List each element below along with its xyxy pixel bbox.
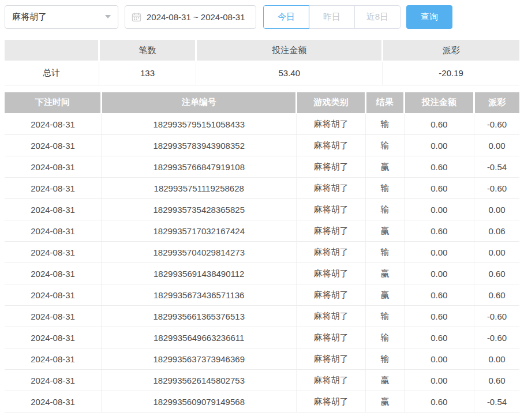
cell-result: 输 bbox=[365, 199, 404, 220]
table-row: 2024-08-311829935795151058433麻将胡了输0.60-0… bbox=[5, 114, 519, 135]
cell-bet-amount: 0.60 bbox=[404, 220, 474, 242]
cell-game-type: 麻将胡了 bbox=[297, 306, 366, 327]
summary-header-bet-amount: 投注金额 bbox=[196, 40, 383, 61]
cell-bet-amount: 0.60 bbox=[404, 178, 474, 199]
cell-result: 赢 bbox=[365, 263, 404, 284]
cell-bet-amount: 0.60 bbox=[404, 306, 474, 327]
cell-bet-time: 2024-08-31 bbox=[5, 199, 102, 220]
table-row: 2024-08-311829935626145802753麻将胡了赢0.000.… bbox=[5, 370, 519, 391]
cell-payout: -0.60 bbox=[474, 114, 519, 135]
cell-payout: -0.60 bbox=[474, 178, 519, 199]
header-bet-amount: 投注金额 bbox=[404, 92, 474, 114]
cell-game-type: 麻将胡了 bbox=[297, 327, 366, 348]
cell-bet-amount: 0.60 bbox=[404, 391, 474, 412]
summary-header-payout: 派彩 bbox=[383, 40, 519, 61]
cell-bet-time: 2024-08-31 bbox=[5, 135, 102, 156]
game-select[interactable]: 麻将胡了 bbox=[5, 5, 118, 29]
cell-bet-id: 1829935691438490112 bbox=[102, 263, 297, 284]
header-bet-time: 下注时间 bbox=[5, 92, 102, 114]
cell-result: 赢 bbox=[365, 370, 404, 391]
table-row: 2024-08-311829935649663236611麻将胡了输0.60-0… bbox=[5, 327, 519, 348]
cell-result: 输 bbox=[365, 348, 404, 370]
cell-bet-amount: 0.00 bbox=[404, 348, 474, 370]
cell-payout: -0.60 bbox=[474, 327, 519, 348]
toolbar: 麻将胡了 2024-08-31 ~ 2024-08-31 今日 昨日 近8日 查… bbox=[0, 0, 524, 29]
summary-total-count: 133 bbox=[99, 61, 196, 85]
cell-bet-amount: 0.00 bbox=[404, 370, 474, 391]
cell-result: 输 bbox=[365, 135, 404, 156]
table-row: 2024-08-311829935751119258628麻将胡了输0.60-0… bbox=[5, 178, 519, 199]
cell-result: 输 bbox=[365, 114, 404, 135]
header-game-type: 游戏类别 bbox=[297, 92, 366, 114]
cell-payout: -0.60 bbox=[474, 306, 519, 327]
cell-bet-time: 2024-08-31 bbox=[5, 327, 102, 348]
cell-bet-time: 2024-08-31 bbox=[5, 306, 102, 327]
cell-result: 赢 bbox=[365, 391, 404, 412]
table-row: 2024-08-311829935717032167424麻将胡了赢0.600.… bbox=[5, 220, 519, 242]
cell-bet-time: 2024-08-31 bbox=[5, 178, 102, 199]
cell-game-type: 麻将胡了 bbox=[297, 348, 366, 370]
chevron-down-icon bbox=[105, 15, 111, 18]
cell-bet-time: 2024-08-31 bbox=[5, 156, 102, 178]
cell-bet-id: 1829935795151058433 bbox=[102, 114, 297, 135]
cell-bet-id: 1829935751119258628 bbox=[102, 178, 297, 199]
cell-result: 赢 bbox=[365, 220, 404, 242]
date-range-value: 2024-08-31 ~ 2024-08-31 bbox=[147, 12, 245, 22]
cell-game-type: 麻将胡了 bbox=[297, 114, 366, 135]
today-button[interactable]: 今日 bbox=[263, 5, 309, 29]
header-payout: 派彩 bbox=[474, 92, 519, 114]
cell-bet-time: 2024-08-31 bbox=[5, 348, 102, 370]
cell-game-type: 麻将胡了 bbox=[297, 391, 366, 412]
table-row: 2024-08-311829935735428365825麻将胡了输0.000.… bbox=[5, 199, 519, 220]
cell-payout: 0.06 bbox=[474, 220, 519, 242]
cell-bet-time: 2024-08-31 bbox=[5, 220, 102, 242]
table-row: 2024-08-311829935783943908352麻将胡了输0.000.… bbox=[5, 135, 519, 156]
cell-payout: 0.60 bbox=[474, 284, 519, 306]
yesterday-button[interactable]: 昨日 bbox=[309, 5, 355, 29]
table-row: 2024-08-311829935766847919108麻将胡了赢0.60-0… bbox=[5, 156, 519, 178]
header-bet-id: 注单编号 bbox=[102, 92, 297, 114]
cell-payout: 0.00 bbox=[474, 199, 519, 220]
game-select-value: 麻将胡了 bbox=[12, 12, 47, 22]
query-button[interactable]: 查询 bbox=[406, 5, 452, 29]
cell-payout: 0.60 bbox=[474, 263, 519, 284]
cell-bet-id: 1829935704029814273 bbox=[102, 242, 297, 263]
cell-bet-time: 2024-08-31 bbox=[5, 391, 102, 412]
calendar-icon bbox=[132, 12, 141, 22]
cell-game-type: 麻将胡了 bbox=[297, 220, 366, 242]
date-range-input[interactable]: 2024-08-31 ~ 2024-08-31 bbox=[125, 5, 256, 29]
cell-bet-amount: 0.60 bbox=[404, 327, 474, 348]
bet-table-body: 2024-08-311829935795151058433麻将胡了输0.60-0… bbox=[5, 114, 519, 412]
cell-payout: 0.00 bbox=[474, 135, 519, 156]
cell-payout: -0.54 bbox=[474, 391, 519, 412]
cell-bet-id: 1829935609079149568 bbox=[102, 391, 297, 412]
cell-bet-id: 1829935766847919108 bbox=[102, 156, 297, 178]
table-row: 2024-08-311829935637373946369麻将胡了输0.000.… bbox=[5, 348, 519, 370]
cell-bet-amount: 0.60 bbox=[404, 156, 474, 178]
summary-header-count: 笔数 bbox=[99, 40, 196, 61]
last-8-days-button[interactable]: 近8日 bbox=[354, 5, 401, 29]
cell-result: 输 bbox=[365, 178, 404, 199]
cell-result: 输 bbox=[365, 306, 404, 327]
cell-bet-time: 2024-08-31 bbox=[5, 284, 102, 306]
cell-result: 赢 bbox=[365, 284, 404, 306]
table-row: 2024-08-311829935609079149568麻将胡了赢0.60-0… bbox=[5, 391, 519, 412]
cell-game-type: 麻将胡了 bbox=[297, 370, 366, 391]
cell-bet-id: 1829935673436571136 bbox=[102, 284, 297, 306]
cell-bet-id: 1829935637373946369 bbox=[102, 348, 297, 370]
cell-bet-amount: 0.00 bbox=[404, 135, 474, 156]
summary-total-row: 总计 133 53.40 -20.19 bbox=[5, 61, 519, 85]
cell-bet-time: 2024-08-31 bbox=[5, 263, 102, 284]
summary-table: 笔数 投注金额 派彩 总计 133 53.40 -20.19 bbox=[5, 40, 519, 85]
cell-result: 输 bbox=[365, 242, 404, 263]
cell-bet-amount: 0.60 bbox=[404, 284, 474, 306]
cell-bet-id: 1829935717032167424 bbox=[102, 220, 297, 242]
cell-bet-amount: 0.00 bbox=[404, 242, 474, 263]
cell-game-type: 麻将胡了 bbox=[297, 156, 366, 178]
table-row: 2024-08-311829935673436571136麻将胡了赢0.600.… bbox=[5, 284, 519, 306]
cell-payout: 0.60 bbox=[474, 370, 519, 391]
table-row: 2024-08-311829935691438490112麻将胡了赢0.000.… bbox=[5, 263, 519, 284]
cell-bet-amount: 0.00 bbox=[404, 263, 474, 284]
cell-game-type: 麻将胡了 bbox=[297, 178, 366, 199]
cell-game-type: 麻将胡了 bbox=[297, 135, 366, 156]
